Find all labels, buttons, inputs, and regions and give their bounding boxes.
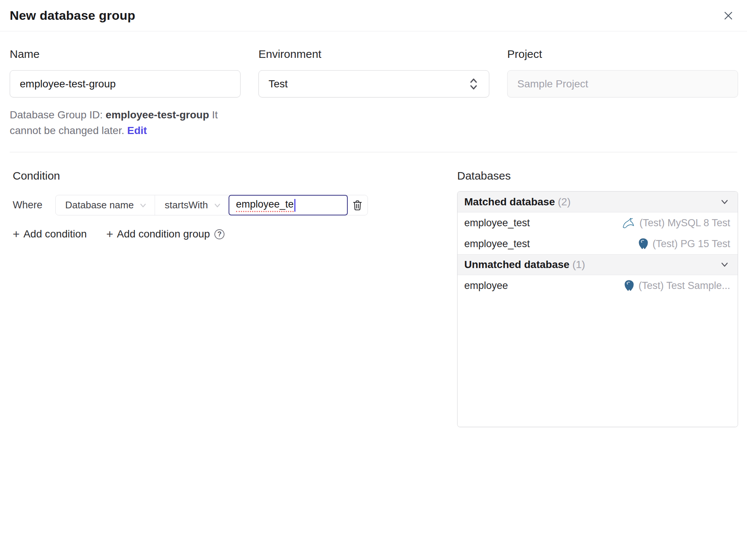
databases-panel-empty-area: [458, 296, 738, 427]
condition-heading: Condition: [13, 169, 457, 183]
where-label: Where: [13, 199, 43, 211]
database-group-id-note: Database Group ID: employee-test-group I…: [10, 107, 241, 139]
name-field-group: Name Database Group ID: employee-test-gr…: [10, 47, 241, 139]
chevron-down-icon: [213, 201, 221, 209]
database-instance-label: (Test) PG 15 Test: [653, 238, 730, 250]
databases-section: Databases Matched database (2) employee_…: [457, 169, 738, 427]
plus-icon: +: [13, 228, 20, 240]
database-instance: (Test) PG 15 Test: [638, 238, 730, 250]
section-divider: [10, 152, 737, 152]
help-icon[interactable]: ?: [214, 229, 224, 239]
condition-operator-select[interactable]: startsWith: [155, 195, 229, 215]
environment-select[interactable]: Test: [258, 70, 489, 97]
condition-row: Where Database name startsWith: [13, 195, 457, 215]
condition-field-value: Database name: [65, 199, 134, 211]
close-button[interactable]: [720, 7, 737, 24]
database-name: employee: [464, 280, 508, 292]
database-instance: (Test) MySQL 8 Test: [622, 217, 730, 229]
project-input: [507, 70, 738, 97]
project-label: Project: [507, 47, 738, 61]
unmatched-database-title: Unmatched database (1): [464, 259, 585, 271]
unmatched-database-count: (1): [572, 259, 585, 270]
chevron-down-icon: [719, 259, 730, 270]
matched-database-label: Matched database: [464, 196, 555, 208]
database-instance-label: (Test) Test Sample...: [638, 280, 730, 292]
postgresql-icon: [623, 280, 635, 292]
condition-value-input[interactable]: employee_te: [229, 195, 348, 215]
environment-selected-value: Test: [269, 78, 288, 90]
trash-icon: [352, 199, 363, 211]
environment-label: Environment: [258, 47, 489, 61]
database-name: employee_test: [464, 238, 530, 250]
postgresql-icon: [638, 238, 649, 250]
chevron-down-icon: [719, 196, 730, 208]
form-row: Name Database Group ID: employee-test-gr…: [0, 47, 747, 139]
matched-database-title: Matched database (2): [464, 196, 571, 208]
condition-section: Condition Where Database name startsWith: [10, 169, 457, 427]
matched-database-count: (2): [558, 196, 571, 208]
environment-field-group: Environment Test: [258, 47, 489, 139]
id-note-prefix: Database Group ID:: [10, 109, 106, 121]
unmatched-database-label: Unmatched database: [464, 259, 570, 270]
mysql-icon: [622, 217, 636, 228]
database-instance-label: (Test) MySQL 8 Test: [639, 217, 730, 229]
edit-id-link[interactable]: Edit: [127, 125, 147, 136]
project-field-group: Project: [507, 47, 738, 139]
main-area: Condition Where Database name startsWith: [0, 169, 747, 427]
chevron-up-down-icon: [468, 77, 479, 91]
name-label: Name: [10, 47, 241, 61]
unmatched-database-header[interactable]: Unmatched database (1): [458, 254, 738, 275]
add-condition-group-button[interactable]: + Add condition group: [106, 228, 210, 240]
condition-expression-group: Database name startsWith: [55, 195, 368, 215]
delete-condition-button[interactable]: [347, 195, 368, 215]
condition-field-select[interactable]: Database name: [56, 195, 155, 215]
add-condition-label: Add condition: [24, 228, 87, 240]
page-title: New database group: [10, 8, 135, 23]
database-instance: (Test) Test Sample...: [623, 280, 730, 292]
close-icon: [722, 10, 734, 22]
dialog-header: New database group: [0, 0, 747, 31]
chevron-down-icon: [139, 201, 147, 209]
databases-panel: Matched database (2) employee_test: [457, 191, 738, 427]
database-name: employee_test: [464, 217, 530, 229]
text-cursor: [294, 199, 295, 212]
condition-actions: + Add condition + Add condition group ?: [13, 228, 457, 240]
matched-database-header[interactable]: Matched database (2): [458, 192, 738, 212]
database-row: employee_test (Test) PG 15 Test: [458, 233, 738, 254]
id-note-id: employee-test-group: [106, 109, 209, 121]
plus-icon: +: [106, 228, 113, 240]
databases-heading: Databases: [457, 169, 738, 183]
database-row: employee_test (Test) MySQL 8 Test: [458, 212, 738, 233]
condition-value-text: employee_te: [236, 199, 294, 212]
add-condition-button[interactable]: + Add condition: [13, 228, 87, 240]
database-row: employee (Test) Test Sample...: [458, 275, 738, 296]
condition-operator-value: startsWith: [165, 199, 208, 211]
name-input[interactable]: [10, 70, 241, 97]
add-condition-group-label: Add condition group: [117, 228, 210, 240]
